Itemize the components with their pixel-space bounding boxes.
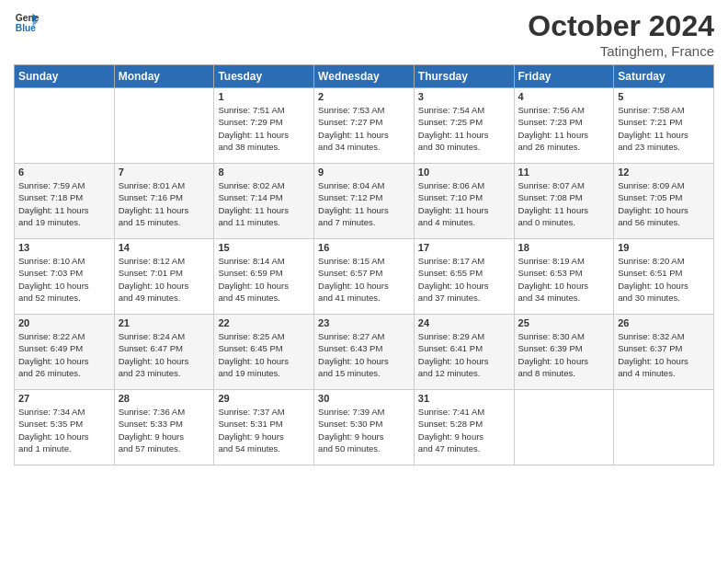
calendar-cell: 25Sunrise: 8:30 AMSunset: 6:39 PMDayligh…	[514, 315, 614, 390]
calendar-cell: 12Sunrise: 8:09 AMSunset: 7:05 PMDayligh…	[614, 164, 714, 239]
weekday-header-sunday: Sunday	[15, 65, 115, 88]
cell-content: Sunrise: 8:06 AMSunset: 7:10 PMDaylight:…	[418, 179, 510, 228]
day-number: 11	[518, 167, 610, 178]
day-number: 27	[18, 393, 110, 404]
calendar-cell: 11Sunrise: 8:07 AMSunset: 7:08 PMDayligh…	[514, 164, 614, 239]
calendar-cell: 29Sunrise: 7:37 AMSunset: 5:31 PMDayligh…	[214, 390, 314, 465]
day-number: 14	[119, 242, 210, 253]
calendar-cell	[614, 390, 714, 465]
cell-content: Sunrise: 8:30 AMSunset: 6:39 PMDaylight:…	[518, 330, 610, 379]
day-number: 6	[18, 167, 110, 178]
day-number: 4	[518, 91, 610, 102]
day-number: 21	[119, 317, 210, 328]
calendar-cell: 22Sunrise: 8:25 AMSunset: 6:45 PMDayligh…	[214, 315, 314, 390]
cell-content: Sunrise: 8:12 AMSunset: 7:01 PMDaylight:…	[119, 255, 210, 304]
calendar-cell: 23Sunrise: 8:27 AMSunset: 6:43 PMDayligh…	[314, 315, 415, 390]
day-number: 2	[318, 91, 410, 102]
weekday-header-friday: Friday	[514, 65, 614, 88]
calendar-cell	[114, 88, 214, 164]
calendar-cell: 13Sunrise: 8:10 AMSunset: 7:03 PMDayligh…	[15, 239, 115, 315]
day-number: 7	[119, 167, 210, 178]
calendar-cell: 15Sunrise: 8:14 AMSunset: 6:59 PMDayligh…	[214, 239, 314, 315]
day-number: 28	[119, 393, 210, 404]
cell-content: Sunrise: 7:36 AMSunset: 5:33 PMDaylight:…	[119, 406, 210, 454]
calendar-week-row: 20Sunrise: 8:22 AMSunset: 6:49 PMDayligh…	[15, 315, 714, 390]
logo: General Blue	[14, 9, 40, 35]
calendar-cell: 18Sunrise: 8:19 AMSunset: 6:53 PMDayligh…	[514, 239, 614, 315]
calendar-cell	[514, 390, 614, 465]
calendar-cell: 26Sunrise: 8:32 AMSunset: 6:37 PMDayligh…	[614, 315, 714, 390]
calendar-cell: 19Sunrise: 8:20 AMSunset: 6:51 PMDayligh…	[614, 239, 714, 315]
day-number: 18	[518, 242, 610, 253]
calendar-week-row: 27Sunrise: 7:34 AMSunset: 5:35 PMDayligh…	[15, 390, 714, 465]
day-number: 17	[418, 242, 510, 253]
weekday-header-saturday: Saturday	[614, 65, 714, 88]
cell-content: Sunrise: 8:01 AMSunset: 7:16 PMDaylight:…	[119, 179, 210, 228]
logo-icon: General Blue	[14, 9, 40, 35]
day-number: 8	[218, 167, 310, 178]
day-number: 16	[318, 242, 410, 253]
day-number: 13	[18, 242, 110, 253]
cell-content: Sunrise: 8:07 AMSunset: 7:08 PMDaylight:…	[518, 179, 610, 228]
cell-content: Sunrise: 8:27 AMSunset: 6:43 PMDaylight:…	[318, 330, 410, 379]
calendar-cell: 30Sunrise: 7:39 AMSunset: 5:30 PMDayligh…	[314, 390, 415, 465]
calendar-cell: 14Sunrise: 8:12 AMSunset: 7:01 PMDayligh…	[114, 239, 214, 315]
day-number: 10	[418, 167, 510, 178]
day-number: 24	[418, 317, 510, 328]
page-container: General Blue October 2024 Tatinghem, Fra…	[0, 0, 728, 475]
calendar-cell: 8Sunrise: 8:02 AMSunset: 7:14 PMDaylight…	[214, 164, 314, 239]
calendar-cell: 6Sunrise: 7:59 AMSunset: 7:18 PMDaylight…	[15, 164, 115, 239]
cell-content: Sunrise: 7:37 AMSunset: 5:31 PMDaylight:…	[218, 406, 310, 454]
weekday-header-monday: Monday	[114, 65, 214, 88]
cell-content: Sunrise: 7:53 AMSunset: 7:27 PMDaylight:…	[318, 104, 410, 153]
cell-content: Sunrise: 8:29 AMSunset: 6:41 PMDaylight:…	[418, 330, 510, 379]
day-number: 22	[218, 317, 310, 328]
cell-content: Sunrise: 8:24 AMSunset: 6:47 PMDaylight:…	[119, 330, 210, 379]
day-number: 9	[318, 167, 410, 178]
cell-content: Sunrise: 7:54 AMSunset: 7:25 PMDaylight:…	[418, 104, 510, 153]
calendar-cell: 1Sunrise: 7:51 AMSunset: 7:29 PMDaylight…	[214, 88, 314, 164]
title-block: October 2024 Tatinghem, France	[528, 9, 714, 59]
cell-content: Sunrise: 8:22 AMSunset: 6:49 PMDaylight:…	[18, 330, 110, 379]
calendar-cell: 27Sunrise: 7:34 AMSunset: 5:35 PMDayligh…	[15, 390, 115, 465]
cell-content: Sunrise: 8:10 AMSunset: 7:03 PMDaylight:…	[18, 255, 110, 304]
day-number: 5	[618, 91, 710, 102]
calendar-cell: 4Sunrise: 7:56 AMSunset: 7:23 PMDaylight…	[514, 88, 614, 164]
day-number: 23	[318, 317, 410, 328]
cell-content: Sunrise: 8:19 AMSunset: 6:53 PMDaylight:…	[518, 255, 610, 304]
day-number: 15	[218, 242, 310, 253]
calendar-table: SundayMondayTuesdayWednesdayThursdayFrid…	[14, 64, 714, 465]
day-number: 19	[618, 242, 710, 253]
cell-content: Sunrise: 8:02 AMSunset: 7:14 PMDaylight:…	[218, 179, 310, 228]
day-number: 29	[218, 393, 310, 404]
day-number: 26	[618, 317, 710, 328]
calendar-cell: 24Sunrise: 8:29 AMSunset: 6:41 PMDayligh…	[414, 315, 514, 390]
cell-content: Sunrise: 7:39 AMSunset: 5:30 PMDaylight:…	[318, 406, 410, 454]
day-number: 31	[418, 393, 510, 404]
cell-content: Sunrise: 8:04 AMSunset: 7:12 PMDaylight:…	[318, 179, 410, 228]
calendar-week-row: 13Sunrise: 8:10 AMSunset: 7:03 PMDayligh…	[15, 239, 714, 315]
month-title: October 2024	[528, 9, 714, 43]
calendar-week-row: 1Sunrise: 7:51 AMSunset: 7:29 PMDaylight…	[15, 88, 714, 164]
cell-content: Sunrise: 8:14 AMSunset: 6:59 PMDaylight:…	[218, 255, 310, 304]
calendar-cell: 2Sunrise: 7:53 AMSunset: 7:27 PMDaylight…	[314, 88, 415, 164]
calendar-cell	[15, 88, 115, 164]
day-number: 25	[518, 317, 610, 328]
cell-content: Sunrise: 7:34 AMSunset: 5:35 PMDaylight:…	[18, 406, 110, 454]
calendar-cell: 31Sunrise: 7:41 AMSunset: 5:28 PMDayligh…	[414, 390, 514, 465]
weekday-header-tuesday: Tuesday	[214, 65, 314, 88]
day-number: 12	[618, 167, 710, 178]
cell-content: Sunrise: 8:09 AMSunset: 7:05 PMDaylight:…	[618, 179, 710, 228]
weekday-header-row: SundayMondayTuesdayWednesdayThursdayFrid…	[15, 65, 714, 88]
calendar-cell: 20Sunrise: 8:22 AMSunset: 6:49 PMDayligh…	[15, 315, 115, 390]
day-number: 30	[318, 393, 410, 404]
calendar-cell: 9Sunrise: 8:04 AMSunset: 7:12 PMDaylight…	[314, 164, 415, 239]
calendar-cell: 7Sunrise: 8:01 AMSunset: 7:16 PMDaylight…	[114, 164, 214, 239]
cell-content: Sunrise: 8:15 AMSunset: 6:57 PMDaylight:…	[318, 255, 410, 304]
cell-content: Sunrise: 7:51 AMSunset: 7:29 PMDaylight:…	[218, 104, 310, 153]
cell-content: Sunrise: 8:17 AMSunset: 6:55 PMDaylight:…	[418, 255, 510, 304]
day-number: 20	[18, 317, 110, 328]
calendar-cell: 17Sunrise: 8:17 AMSunset: 6:55 PMDayligh…	[414, 239, 514, 315]
weekday-header-thursday: Thursday	[414, 65, 514, 88]
calendar-cell: 21Sunrise: 8:24 AMSunset: 6:47 PMDayligh…	[114, 315, 214, 390]
